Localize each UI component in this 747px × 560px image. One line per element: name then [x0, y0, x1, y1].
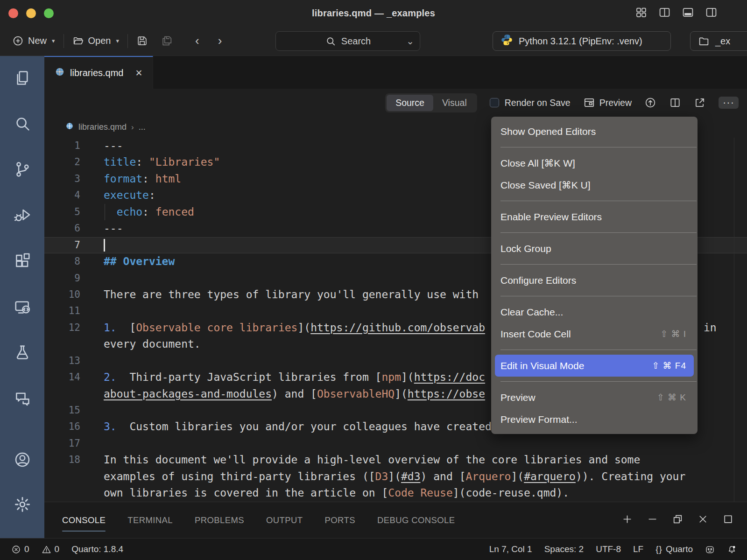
menu-item-preview[interactable]: Preview⇧ ⌘ K [491, 386, 698, 408]
tab-libraries-qmd[interactable]: libraries.qmd ✕ [44, 56, 153, 89]
panel-tab-output[interactable]: OUTPUT [266, 502, 303, 538]
line-number: 6 [44, 220, 80, 237]
toggle-panel-icon[interactable] [682, 7, 694, 20]
status-language-mode[interactable]: {}Quarto [655, 544, 693, 554]
render-on-save-checkbox[interactable] [490, 98, 499, 107]
panel-tab-problems[interactable]: PROBLEMS [195, 502, 244, 538]
preview-icon [583, 97, 595, 109]
extensions-icon[interactable] [14, 252, 31, 272]
visual-mode-button[interactable]: Visual [433, 95, 476, 111]
close-window-button[interactable] [8, 8, 18, 18]
new-button[interactable]: New ▾ [12, 35, 55, 47]
run-debug-icon[interactable] [14, 206, 31, 226]
panel-tab-console[interactable]: CONSOLE [62, 502, 106, 538]
close-icon[interactable] [697, 513, 709, 527]
status-feedback[interactable] [705, 545, 715, 554]
toolbar-divider [63, 34, 64, 48]
comments-icon[interactable] [14, 389, 31, 409]
back-icon[interactable]: ‹ [195, 34, 199, 48]
render-icon[interactable] [644, 97, 656, 109]
save-all-icon[interactable] [161, 35, 173, 47]
customize-layout-icon[interactable] [635, 7, 647, 20]
bell-dot-icon [727, 545, 737, 554]
line-number: 10 [44, 287, 80, 303]
workspace-selector[interactable]: _ex [690, 31, 747, 51]
interpreter-selector[interactable]: Python 3.12.1 (PipEnv: .venv) [493, 31, 671, 51]
code-line[interactable]: own libraries is covered in the article … [44, 485, 747, 501]
tab-close-icon[interactable]: ✕ [135, 68, 142, 78]
workspace-label: _ex [715, 36, 730, 47]
panel-tab-debug-console[interactable]: DEBUG CONSOLE [377, 502, 455, 538]
source-visual-toggle: Source Visual [385, 93, 477, 112]
menu-item-shortcut: ⇧ ⌘ F4 [652, 360, 686, 371]
preview-button[interactable]: Preview [583, 97, 632, 109]
status-encoding[interactable]: UTF-8 [596, 544, 621, 554]
restore-icon[interactable] [672, 513, 684, 527]
split-editor-icon[interactable] [669, 97, 681, 109]
menu-item-close-all-k-w[interactable]: Close All [⌘K W] [491, 152, 698, 174]
remote-explorer-icon[interactable] [14, 298, 31, 317]
line-number: 17 [44, 435, 80, 452]
status-quarto-version[interactable]: Quarto: 1.8.4 [71, 544, 123, 554]
menu-item-enable-preview-editors[interactable]: Enable Preview Editors [491, 206, 698, 228]
zoom-window-button[interactable] [44, 8, 54, 18]
breadcrumb-file[interactable]: libraries.qmd [78, 122, 127, 132]
app-window: libraries.qmd — _examples New ▾ Open ▾ ‹… [0, 0, 747, 560]
line-number: 3 [44, 171, 80, 187]
status-errors[interactable]: 0 [11, 544, 29, 554]
explorer-icon[interactable] [14, 69, 31, 89]
status-indentation[interactable]: Spaces: 2 [544, 544, 584, 554]
menu-item-configure-editors[interactable]: Configure Editors [491, 269, 698, 291]
new-label: New [28, 35, 47, 46]
line-number [44, 386, 80, 402]
menu-separator [500, 264, 697, 265]
title-bar: libraries.qmd — _examples [0, 0, 747, 26]
status-cursor-position[interactable]: Ln 7, Col 1 [489, 544, 532, 554]
menu-item-close-saved-k-u[interactable]: Close Saved [⌘K U] [491, 174, 698, 196]
menu-item-clear-cache[interactable]: Clear Cache... [491, 301, 698, 323]
quarto-file-icon [55, 67, 65, 79]
search-icon[interactable] [14, 115, 31, 134]
line-number: 18 [44, 452, 80, 468]
breadcrumb-symbol[interactable]: ... [139, 122, 146, 132]
status-notifications[interactable] [727, 545, 737, 554]
open-dropdown-caret-icon: ▾ [116, 37, 119, 44]
panel-tab-terminal[interactable]: TERMINAL [127, 502, 173, 538]
menu-item-preview-format[interactable]: Preview Format... [491, 408, 698, 430]
search-input[interactable]: Search ⌄ [275, 31, 420, 51]
line-number [44, 336, 80, 352]
forward-icon[interactable]: › [218, 34, 222, 48]
minimize-window-button[interactable] [26, 8, 36, 18]
menu-item-lock-group[interactable]: Lock Group [491, 238, 698, 259]
more-actions-button[interactable]: ··· [719, 97, 739, 109]
open-label: Open [88, 35, 111, 46]
tab-bar: libraries.qmd ✕ [44, 56, 747, 89]
status-warnings[interactable]: 0 [42, 544, 60, 554]
maximize-icon[interactable] [722, 513, 734, 527]
status-eol[interactable]: LF [633, 544, 643, 554]
code-line[interactable]: 17 [44, 435, 747, 452]
account-icon[interactable] [14, 451, 31, 470]
toggle-secondary-sidebar-icon[interactable] [705, 7, 717, 20]
code-line[interactable]: examples of using third-party libraries … [44, 469, 747, 485]
testing-icon[interactable] [14, 343, 31, 363]
code-line[interactable]: 18In this document we'll provide a high-… [44, 452, 747, 468]
panel-tab-bar: CONSOLETERMINALPROBLEMSOUTPUTPORTSDEBUG … [44, 502, 747, 538]
minus-icon[interactable] [647, 513, 658, 527]
open-button[interactable]: Open ▾ [72, 35, 119, 47]
split-editor-layout-icon[interactable] [659, 7, 670, 20]
menu-item-insert-code-cell[interactable]: Insert Code Cell⇧ ⌘ I [491, 323, 698, 345]
menu-item-edit-in-visual-mode[interactable]: Edit in Visual Mode⇧ ⌘ F4 [495, 355, 694, 377]
open-in-new-window-icon[interactable] [694, 97, 706, 109]
save-icon[interactable] [136, 35, 148, 47]
source-mode-button[interactable]: Source [387, 95, 433, 111]
panel-tab-ports[interactable]: PORTS [325, 502, 355, 538]
menu-item-show-opened-editors[interactable]: Show Opened Editors [491, 120, 698, 142]
line-number: 14 [44, 369, 80, 385]
new-plus-icon [12, 35, 24, 47]
panel-actions [621, 502, 734, 538]
plus-icon[interactable] [621, 513, 633, 527]
source-control-icon[interactable] [14, 161, 31, 180]
settings-icon[interactable] [14, 496, 31, 515]
search-chevron-down-icon[interactable]: ⌄ [406, 35, 414, 47]
